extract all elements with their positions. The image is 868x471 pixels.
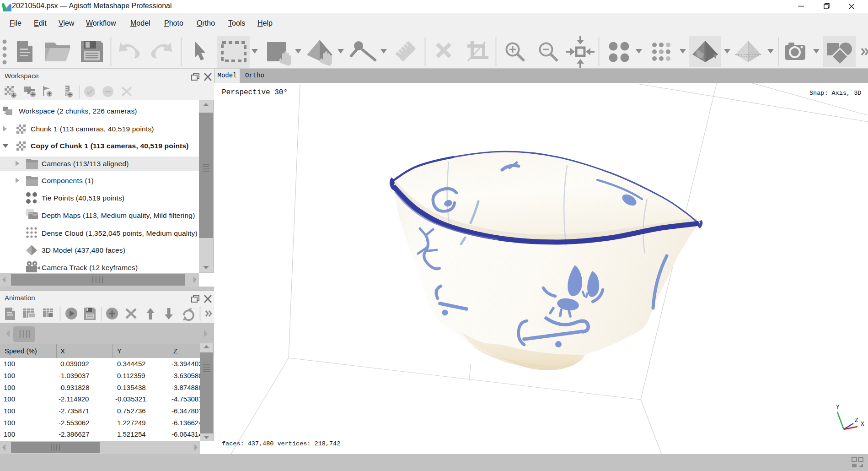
svg-text:Z: Z [855,417,858,424]
svg-text:X: X [861,421,864,428]
svg-text:Y: Y [836,404,840,411]
